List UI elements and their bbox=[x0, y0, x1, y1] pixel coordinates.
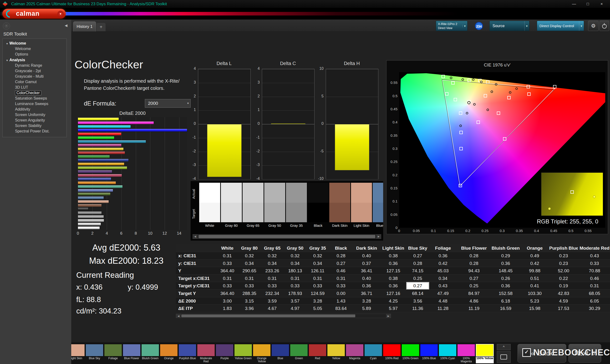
measured-point bbox=[445, 92, 448, 95]
power-button[interactable] bbox=[599, 21, 609, 31]
minimize-button[interactable]: — bbox=[567, 0, 581, 8]
source-dropdown[interactable]: Source ▼ bbox=[489, 21, 530, 31]
chart-title: Delta H bbox=[326, 61, 378, 66]
cie-ylabels: 0.550.50.450.40.350.30.250.20.150.10.050 bbox=[388, 72, 397, 228]
sidebar-item-additivity[interactable]: Additivity bbox=[3, 107, 66, 112]
value-cell: 3.00 bbox=[216, 297, 238, 305]
deltae-bar-gray-80 bbox=[78, 223, 101, 225]
sidebar-item-color-gamut[interactable]: Color Gamut bbox=[3, 79, 66, 85]
sidebar-item-colorchecker[interactable]: ColorChecker bbox=[3, 90, 66, 96]
gridline bbox=[198, 83, 250, 83]
swatch-chip bbox=[197, 344, 215, 356]
logo-bar: calman ▼ bbox=[0, 8, 610, 20]
sidebar-tree: ▾WelcomeWelcomeOptions▾AnalysisDynamic R… bbox=[2, 39, 67, 137]
scroll-left-icon[interactable]: ◀ bbox=[193, 234, 197, 239]
scroll-left-icon[interactable]: ◀ bbox=[176, 314, 181, 318]
color-swatch-light-skin[interactable]: Light Skin bbox=[71, 344, 85, 363]
de-formula-select[interactable]: 2000 ▼ bbox=[145, 99, 191, 108]
settings-button[interactable]: ⚙ bbox=[588, 21, 598, 31]
color-swatch-red[interactable]: Red bbox=[309, 344, 326, 363]
color-swatch-orange[interactable]: Orange bbox=[160, 344, 178, 363]
color-swatch-100-yellow[interactable]: 100% Yellow bbox=[476, 344, 494, 363]
color-swatch-cyan[interactable]: Cyan bbox=[364, 344, 382, 363]
sidebar-item-3d-lut[interactable]: 3D LUT bbox=[3, 85, 66, 90]
scroll-right-icon[interactable]: ▶ bbox=[386, 314, 391, 318]
display-control-dropdown[interactable]: Direct Display Control ▼ bbox=[537, 21, 584, 31]
color-swatch-orange-yellow[interactable]: Orange Yellow bbox=[253, 344, 271, 363]
add-tab-button[interactable]: + bbox=[96, 23, 105, 31]
value-cell: 0.38 bbox=[380, 275, 406, 282]
sidebar-item-grayscale-multi[interactable]: Grayscale - Multi bbox=[3, 74, 66, 79]
tab-history-1[interactable]: History 1 bbox=[73, 21, 96, 31]
sidebar-item-analysis[interactable]: ▾Analysis bbox=[3, 57, 66, 63]
strip-scrollbar[interactable]: ◀ ▶ bbox=[193, 234, 381, 239]
color-swatch-bluish-green[interactable]: Bluish Green bbox=[141, 344, 159, 363]
axis-tick-label: 0.15 bbox=[388, 186, 397, 190]
delta-h-ylabels: 1050-5-10 bbox=[315, 69, 324, 179]
color-swatch-blue-flower[interactable]: Blue Flower bbox=[123, 344, 141, 363]
calman-brand-text: calman bbox=[16, 10, 39, 17]
meter-dropdown[interactable]: X-Rite i1Pro 2 Direct View ▼ bbox=[436, 21, 467, 31]
sidebar-item-saturation-sweeps[interactable]: Saturation Sweeps bbox=[3, 96, 66, 101]
sidebar-item-options[interactable]: Options bbox=[3, 52, 66, 57]
color-swatch-100-blue[interactable]: 100% Blue bbox=[420, 344, 438, 363]
deltae-bar-green bbox=[78, 155, 110, 158]
color-swatch-blue-sky[interactable]: Blue Sky bbox=[86, 344, 104, 363]
calman-logo[interactable]: calman ▼ bbox=[2, 9, 66, 19]
scroll-right-icon[interactable]: ▶ bbox=[376, 234, 381, 239]
color-swatch-magenta[interactable]: Magenta bbox=[346, 344, 363, 363]
axis-tick-label: 12 bbox=[162, 231, 168, 236]
axis-tick-label: 0.3 bbox=[498, 229, 506, 233]
expand-panel-button[interactable]: ^ bbox=[497, 344, 511, 350]
sidebar-collapse-icon[interactable]: ◀ bbox=[65, 23, 67, 28]
color-swatch-yellow[interactable]: Yellow bbox=[327, 344, 345, 363]
scrollbar-thumb[interactable] bbox=[198, 235, 375, 238]
color-swatch-foliage[interactable]: Foliage bbox=[104, 344, 122, 363]
color-swatch-100-green[interactable]: 100% Green bbox=[402, 344, 419, 363]
color-swatch-blue[interactable]: Blue bbox=[272, 344, 289, 363]
value-cell: 0.33 bbox=[329, 282, 353, 289]
cie-xlabels: 00.050.10.150.20.250.30.350.40.450.50.55 bbox=[399, 229, 605, 233]
color-swatch-purplish-blue[interactable]: Purplish Blue bbox=[179, 344, 196, 363]
color-swatch-green[interactable]: Green bbox=[290, 344, 308, 363]
measured-point bbox=[459, 184, 462, 187]
sidebar-item-welcome[interactable]: ▾Welcome bbox=[3, 40, 66, 46]
logo-menu-arrow-icon[interactable]: ▼ bbox=[57, 11, 64, 17]
close-button[interactable]: × bbox=[595, 0, 609, 8]
column-header-purplish-blue: Purplish Blue bbox=[549, 244, 578, 252]
scrollbar-thumb[interactable] bbox=[181, 314, 355, 317]
value-cell: 0.31 bbox=[329, 275, 353, 282]
nav-back-button[interactable]: ◦ bbox=[3, 22, 10, 29]
sidebar-item-screen-uniformity[interactable]: Screen Uniformity bbox=[3, 112, 66, 118]
strip-patch-light-skin: Light Skin bbox=[351, 183, 372, 228]
sidebar-item-screen-stability[interactable]: Screen Stability bbox=[3, 123, 66, 129]
patch-label: Dark Skin bbox=[329, 222, 350, 228]
sidebar-item-welcome[interactable]: Welcome bbox=[3, 46, 66, 52]
sidebar-item-screen-angularity[interactable]: Screen Angularity bbox=[3, 118, 66, 123]
sidebar-item-spectral-power-dist[interactable]: Spectral Power Dist. bbox=[3, 129, 66, 134]
power-icon bbox=[602, 24, 607, 29]
color-swatch-purple[interactable]: Purple bbox=[216, 344, 234, 363]
value-cell: 0.28 bbox=[457, 260, 491, 267]
display-pattern-button[interactable] bbox=[497, 351, 511, 363]
color-swatch-yellow-green[interactable]: Yellow Green bbox=[234, 344, 252, 363]
color-swatch-100-magenta[interactable]: 100% Magenta bbox=[457, 344, 475, 363]
patch-label: Gray 35 bbox=[286, 222, 307, 228]
axis-tick-label: 4 bbox=[104, 231, 110, 236]
back-button[interactable]: « Back bbox=[518, 344, 566, 363]
sidebar-item-grayscale-2pt[interactable]: Grayscale - 2pt bbox=[3, 68, 66, 74]
next-button[interactable]: Next » bbox=[569, 344, 601, 363]
color-swatch-moderate-red[interactable]: Moderate Red bbox=[197, 344, 215, 363]
patch-label: Blue Sky bbox=[373, 222, 383, 228]
sidebar-item-luminance-sweeps[interactable]: Luminance Sweeps bbox=[3, 101, 66, 107]
meter-name: X-Rite i1Pro 2 bbox=[438, 22, 462, 26]
deltae-bar-cyan bbox=[78, 140, 146, 143]
table-scrollbar[interactable]: ◀ ▶ bbox=[176, 314, 391, 318]
color-swatch-100-red[interactable]: 100% Red bbox=[383, 344, 401, 363]
sidebar-item-dynamic-range[interactable]: Dynamic Range bbox=[3, 63, 66, 68]
column-header-orange: Orange bbox=[520, 244, 549, 252]
deltae-bar-gray-35 bbox=[78, 211, 102, 214]
maximize-button[interactable]: □ bbox=[581, 0, 595, 8]
color-swatch-100-cyan[interactable]: 100% Cyan bbox=[439, 344, 456, 363]
column-header-dark-skin: Dark Skin bbox=[353, 244, 380, 252]
